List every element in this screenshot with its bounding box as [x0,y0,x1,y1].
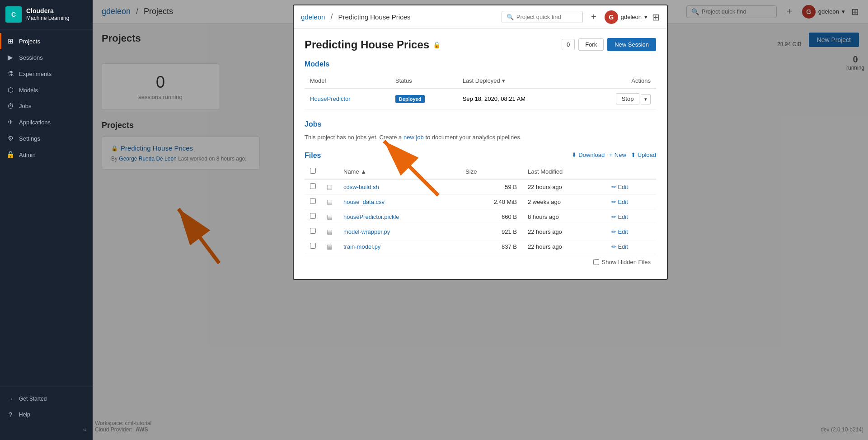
file-checkbox[interactable] [310,213,316,219]
sidebar-collapse-btn[interactable]: « [0,422,93,436]
sidebar-bottom: → Get Started ? Help « [0,387,93,440]
jobs-section: Jobs This project has no jobs yet. Creat… [305,120,656,141]
help-icon: ? [6,411,14,418]
file-size-cell: 921 B [460,224,522,239]
sidebar-item-models-label: Models [19,87,38,94]
main-area: gdeleon / Projects 🔍 + G gdeleon ▾ ⊞ Pro… [93,0,868,440]
file-icon: ▤ [327,183,333,190]
panel-topbar: gdeleon / Predicting House Prices 🔍 + G … [294,24,667,29]
sidebar-item-get-started[interactable]: → Get Started [0,391,93,407]
sidebar-logo: C Cloudera Machine Learning [0,0,93,29]
file-link[interactable]: house_data.csv [343,199,385,205]
file-link[interactable]: model-wrapper.py [343,228,390,235]
content-area: Projects 28.94 GiB New Project 0 session… [93,24,868,440]
file-checkbox[interactable] [310,228,316,234]
new-file-button[interactable]: + New [609,151,626,158]
edit-file-button[interactable]: ✏ Edit [611,228,628,235]
panel-content: Predicting House Prices 🔒 0 Fork New Ses… [294,29,667,279]
file-checkbox[interactable] [310,243,316,249]
file-size-cell: 59 B [460,179,522,194]
models-col-last-deployed: Last Deployed ▾ [457,74,580,88]
table-row: ▤ train-model.py 837 B 22 hours ago ✏ Ed… [305,239,656,254]
file-edit-cell: ✏ Edit [606,239,656,254]
panel-lock-icon: 🔒 [433,41,441,48]
file-type-icon-cell: ▤ [321,239,338,254]
project-panel: gdeleon / Predicting House Prices 🔍 + G … [293,24,668,280]
file-edit-cell: ✏ Edit [606,194,656,209]
panel-user-avatar: G [605,24,618,24]
download-button[interactable]: ⬇ Download [572,151,605,158]
sidebar-item-sessions[interactable]: ▶ Sessions [0,49,93,66]
file-edit-cell: ✏ Edit [606,209,656,224]
file-modified-cell: 22 hours ago [522,179,606,194]
panel-title-actions: 0 Fork New Session [562,38,656,51]
file-checkbox-cell [305,194,321,209]
stop-button[interactable]: Stop [616,93,640,104]
file-name-cell: model-wrapper.py [338,224,460,239]
file-link[interactable]: cdsw-build.sh [343,184,379,190]
edit-file-button[interactable]: ✏ Edit [611,213,628,220]
show-hidden-files-row: Show Hidden Files [305,254,656,270]
applications-icon: ✈ [6,118,14,126]
sidebar-item-applications[interactable]: ✈ Applications [0,114,93,130]
sidebar-nav: ⊞ Projects ▶ Sessions ⚗ Experiments ⬡ Mo… [0,29,93,387]
file-modified-cell: 2 weeks ago [522,194,606,209]
sidebar-item-projects[interactable]: ⊞ Projects [0,33,93,49]
table-row: ▤ model-wrapper.py 921 B 22 hours ago ✏ … [305,224,656,239]
edit-icon: ✏ [611,199,616,205]
sidebar-item-help-label: Help [19,412,30,418]
new-job-link[interactable]: new job [404,134,424,141]
sidebar-item-admin[interactable]: 🔒 Admin [0,147,93,163]
file-checkbox[interactable] [310,198,316,204]
upload-button[interactable]: ⬆ Upload [631,151,656,158]
name-sort-icon: ▲ [361,168,366,175]
chevron-left-icon: « [83,426,86,433]
model-actions-cell: Stop ▾ [580,88,656,109]
jobs-text-suffix: to document your analytics pipelines. [425,134,521,141]
files-col-modified: Last Modified [522,164,606,179]
edit-icon: ✏ [611,228,616,235]
sidebar-item-experiments[interactable]: ⚗ Experiments [0,66,93,82]
file-name-cell: train-model.py [338,239,460,254]
show-hidden-label: Show Hidden Files [602,259,651,265]
edit-file-button[interactable]: ✏ Edit [611,199,628,205]
sidebar-item-get-started-label: Get Started [19,396,47,402]
table-row: HousePredictor Deployed Sep 18, 2020, 08… [305,88,656,109]
sidebar-item-jobs[interactable]: ⏱ Jobs [0,98,93,114]
sidebar-item-sessions-label: Sessions [19,54,43,61]
new-session-button[interactable]: New Session [607,38,656,51]
edit-file-button[interactable]: ✏ Edit [611,184,628,190]
edit-icon: ✏ [611,184,616,190]
show-hidden-checkbox[interactable] [593,259,599,265]
file-icon: ▤ [327,213,333,220]
files-col-checkbox [305,164,321,179]
sidebar-item-settings-label: Settings [19,135,40,142]
models-col-model: Model [305,74,390,88]
fork-button[interactable]: Fork [578,38,604,51]
files-col-actions [606,164,656,179]
file-checkbox-cell [305,239,321,254]
jobs-icon: ⏱ [6,102,14,110]
file-checkbox[interactable] [310,183,316,189]
panel-title-text: Predicting House Prices [305,38,429,51]
edit-file-button[interactable]: ✏ Edit [611,243,628,250]
file-size-cell: 837 B [460,239,522,254]
file-size-cell: 660 B [460,209,522,224]
files-section-title: Files [305,151,321,160]
stop-dropdown-button[interactable]: ▾ [641,94,651,104]
sidebar-item-models[interactable]: ⬡ Models [0,82,93,98]
table-row: ▤ cdsw-build.sh 59 B 22 hours ago ✏ Edit [305,179,656,194]
sidebar-item-settings[interactable]: ⚙ Settings [0,130,93,147]
files-actions: ⬇ Download + New ⬆ Upload [572,151,656,158]
svg-text:C: C [11,11,16,18]
modal-overlay: gdeleon / Predicting House Prices 🔍 + G … [93,24,868,440]
sidebar-item-help[interactable]: ? Help [0,407,93,422]
sidebar-item-jobs-label: Jobs [19,103,31,109]
projects-icon: ⊞ [6,37,14,45]
select-all-checkbox[interactable] [310,168,316,174]
files-col-file-icon [321,164,338,179]
panel-user-menu[interactable]: G gdeleon ▾ [605,24,647,24]
model-link[interactable]: HousePredictor [310,95,351,102]
file-link[interactable]: housePredictor.pickle [343,213,399,220]
file-link[interactable]: train-model.py [343,243,380,250]
